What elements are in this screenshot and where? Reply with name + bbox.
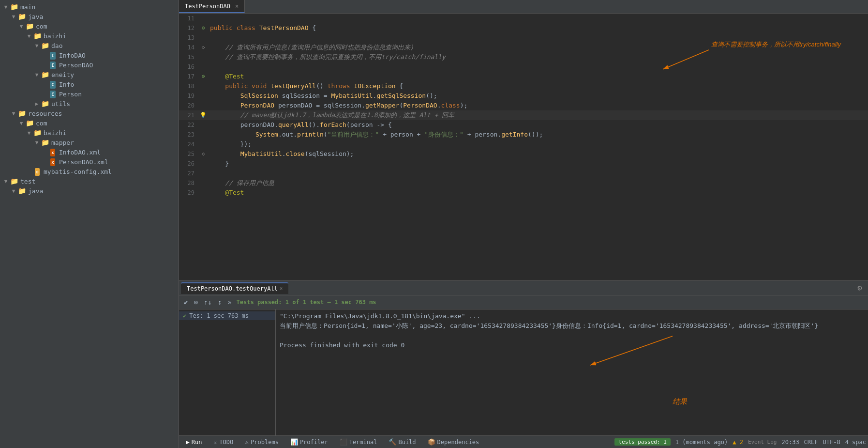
code-line-27: 27: [179, 169, 868, 178]
sort-desc-button[interactable]: ↕: [217, 297, 223, 307]
line-num-11: 11: [179, 14, 198, 23]
build-icon: 🔨: [389, 438, 396, 446]
toolbar-profiler[interactable]: 📊 Profiler: [285, 437, 333, 447]
sidebar-item-utils[interactable]: ▶ 📁 utils: [0, 99, 179, 108]
sidebar-item-eneity[interactable]: ▼ 📁 eneity: [0, 70, 179, 79]
gutter-14: ◇: [198, 43, 208, 52]
folder-icon-test: 📁: [10, 177, 18, 185]
code-line-19: 19 SqlSession sqlSession = MybatisUtil.g…: [179, 91, 868, 101]
toolbar-run[interactable]: ▶ Run: [181, 437, 207, 447]
sidebar-item-resources[interactable]: ▼ 📁 resources: [0, 108, 179, 118]
sidebar-label-eneity: eneity: [51, 71, 74, 78]
sidebar-item-test[interactable]: ▼ 📁 test: [0, 176, 179, 186]
arrow-com: ▼: [17, 23, 25, 30]
sidebar-item-PersonDAO[interactable]: I PersonDAO: [0, 60, 179, 70]
code-22: personDAO.queryAll().forEach(person -> {: [208, 120, 868, 130]
code-29: @Test: [208, 188, 868, 198]
test-item-label: Tes: 1 sec 763 ms: [189, 312, 249, 319]
line-num-23: 23: [179, 130, 198, 139]
run-icon: ▶: [186, 438, 190, 446]
code-line-13: 13: [179, 33, 868, 43]
sidebar-item-test-java[interactable]: ▼ 📁 java: [0, 186, 179, 196]
output-area[interactable]: "C:\Program Files\Java\jdk1.8.0_181\bin\…: [276, 309, 868, 435]
sidebar-label-PersonDAO-xml: PersonDAO.xml: [59, 158, 108, 166]
code-editor-wrapper: 11 12 ⚙ public class TestPersonDAO {: [179, 14, 868, 280]
code-20: PersonDAO personDAO = sqlSession.getMapp…: [208, 101, 868, 110]
event-log[interactable]: Event Log: [748, 439, 777, 445]
code-15: // 查询不需要控制事务，所以查询完后直接关闭，不用try/catch/fina…: [208, 52, 868, 62]
status-line-col: 20:33: [781, 439, 799, 446]
sidebar-item-InfoDAO[interactable]: I InfoDAO: [0, 50, 179, 60]
tab-close-TestPersonDAO[interactable]: ×: [235, 3, 239, 10]
toolbar-problems[interactable]: ⚠ Problems: [240, 437, 284, 447]
code-container[interactable]: 11 12 ⚙ public class TestPersonDAO {: [179, 14, 868, 198]
sidebar-label-PersonDAO: PersonDAO: [59, 62, 93, 69]
sidebar-label-mapper: mapper: [51, 139, 74, 146]
folder-icon-res-com: 📁: [25, 119, 34, 127]
sidebar-item-Person[interactable]: C Person: [0, 89, 179, 99]
output-line-3: [280, 331, 864, 340]
toolbar-dependencies[interactable]: 📦 Dependencies: [423, 437, 484, 447]
sidebar-item-mybatis-config[interactable]: ⚙ mybatis-config.xml: [0, 167, 179, 176]
sidebar-item-PersonDAO-xml[interactable]: x PersonDAO.xml: [0, 157, 179, 167]
arrow-test: ▼: [2, 178, 10, 185]
sidebar-item-baizhi[interactable]: ▼ 📁 baizhi: [0, 31, 179, 41]
toolbar-todo[interactable]: ☑ TODO: [209, 437, 239, 447]
rerun-button[interactable]: ✔: [183, 297, 189, 307]
gutter-19: [198, 91, 208, 101]
stop-button[interactable]: ⊗: [193, 297, 198, 307]
sidebar-item-InfoDAO-xml[interactable]: x InfoDAO.xml: [0, 147, 179, 157]
folder-icon-java: 📁: [17, 13, 26, 20]
sidebar-item-mapper[interactable]: ▼ 📁 mapper: [0, 138, 179, 147]
editor-tab-TestPersonDAO[interactable]: TestPersonDAO ×: [179, 0, 245, 13]
sidebar-item-res-com[interactable]: ▼ 📁 com: [0, 118, 179, 128]
settings-icon[interactable]: ⚙: [857, 283, 862, 293]
code-line-28: 28 // 保存用户信息: [179, 178, 868, 188]
code-line-23: 23 System.out.println("当前用户信息：" + person…: [179, 130, 868, 139]
sidebar-item-main[interactable]: ▼ 📁 main: [0, 2, 179, 12]
sidebar-label-test-java: java: [28, 187, 43, 195]
xml-icon-persondao: x: [48, 158, 57, 166]
line-num-21: 21: [179, 110, 198, 120]
editor-tab-bar: TestPersonDAO ×: [179, 0, 868, 14]
run-tab-close[interactable]: ×: [280, 285, 283, 292]
code-19: SqlSession sqlSession = MybatisUtil.getS…: [208, 91, 868, 101]
status-tests-passed: tests passed: 1: [614, 438, 670, 446]
gutter-16: [198, 62, 208, 72]
editor-area: TestPersonDAO × 11: [179, 0, 868, 448]
folder-icon-baizhi: 📁: [33, 32, 42, 40]
code-27: [208, 169, 868, 178]
status-warnings: ▲ 2: [733, 439, 743, 446]
toolbar-terminal[interactable]: ⬛ Terminal: [335, 437, 382, 447]
arrow-dao: ▼: [33, 43, 41, 49]
sidebar: ▼ 📁 main ▼ 📁 java ▼ 📁 com ▼ 📁 baizhi ▼ 📁…: [0, 0, 179, 448]
more-button[interactable]: »: [226, 297, 232, 307]
arrow-utils: ▶: [33, 101, 41, 107]
test-item-0[interactable]: ✔ Tes: 1 sec 763 ms: [179, 311, 275, 320]
code-11: [208, 14, 868, 23]
run-tab-item[interactable]: TestPersonDAO.testQueryAll ×: [181, 282, 288, 294]
status-time: 1 (moments ago): [675, 439, 728, 446]
arrow-java: ▼: [10, 14, 17, 20]
sidebar-item-dao[interactable]: ▼ 📁 dao: [0, 41, 179, 50]
code-line-22: 22 personDAO.queryAll().forEach(person -…: [179, 120, 868, 130]
code-line-11: 11: [179, 14, 868, 23]
line-num-13: 13: [179, 33, 198, 43]
toolbar-build[interactable]: 🔨 Build: [384, 437, 420, 447]
sidebar-item-res-baizhi[interactable]: ▼ 📁 baizhi: [0, 128, 179, 138]
sidebar-label-res-com: com: [36, 120, 47, 127]
sort-asc-button[interactable]: ↑↓: [203, 297, 213, 307]
sidebar-item-com[interactable]: ▼ 📁 com: [0, 21, 179, 31]
problems-icon: ⚠: [245, 438, 249, 446]
folder-icon-test-java: 📁: [17, 187, 26, 195]
tab-label-TestPersonDAO: TestPersonDAO: [185, 3, 230, 10]
sidebar-label-test: test: [20, 178, 35, 185]
gutter-25: ◇: [198, 149, 208, 159]
gutter-18: [198, 81, 208, 91]
sidebar-item-java[interactable]: ▼ 📁 java: [0, 12, 179, 21]
code-line-17: 17 ⚙ @Test: [179, 72, 868, 81]
code-28: // 保存用户信息: [208, 178, 868, 188]
sidebar-item-Info[interactable]: C Info: [0, 79, 179, 89]
folder-icon-com: 📁: [25, 22, 34, 30]
arrow-mapper: ▼: [33, 139, 41, 146]
